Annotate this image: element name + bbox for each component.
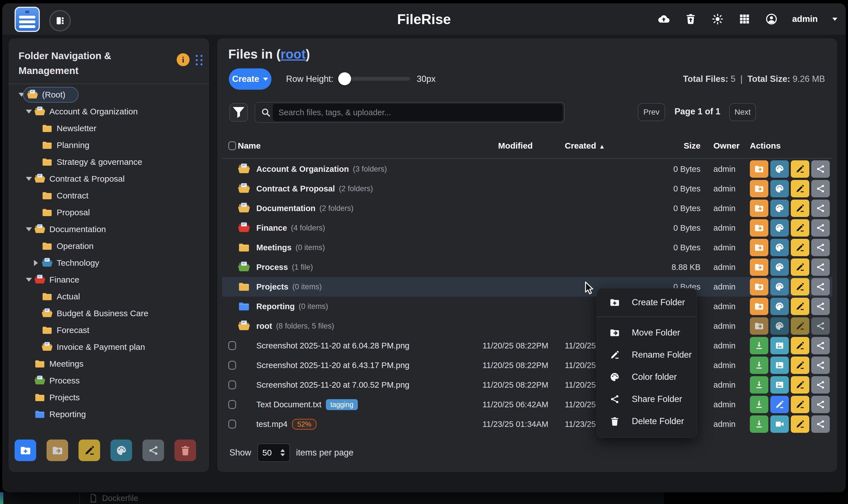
folder-arrow-action-button[interactable] <box>750 278 768 295</box>
slider-thumb[interactable] <box>338 72 351 85</box>
folder-row-projects[interactable]: Projects (0 items) 0 Bytes admin <box>222 277 832 296</box>
delete-folder-button[interactable] <box>174 439 196 461</box>
share-action-button[interactable] <box>811 239 830 256</box>
pencil-action-button[interactable] <box>791 278 809 295</box>
download-action-button[interactable] <box>750 396 768 413</box>
pencil-action-button[interactable] <box>791 200 809 217</box>
account-icon[interactable] <box>765 13 778 25</box>
tree-item-reporting[interactable]: Reporting <box>8 406 209 423</box>
item-name[interactable]: test.mp4 <box>256 420 287 429</box>
file-row-text-document-txt[interactable]: Text Document.txttagging 11/20/25 06:42A… <box>222 395 832 414</box>
share-folder-button[interactable] <box>142 439 164 461</box>
filter-button[interactable] <box>229 103 248 122</box>
tree-item-documentation[interactable]: Documentation <box>8 221 209 238</box>
item-name[interactable]: Process <box>256 263 288 272</box>
image-action-button[interactable] <box>770 376 789 394</box>
pencil-action-button[interactable] <box>791 357 809 374</box>
tree-item-planning[interactable]: Planning <box>8 137 209 154</box>
pencil-action-button[interactable] <box>791 160 809 178</box>
folder-row-account-organization[interactable]: Account & Organization (3 folders) 0 Byt… <box>222 159 832 179</box>
item-name[interactable]: Documentation <box>256 204 316 213</box>
column-header-created[interactable]: Created▲ <box>563 141 647 150</box>
item-name[interactable]: Contract & Proposal <box>256 184 335 193</box>
tree-item-technology[interactable]: Technology <box>8 254 209 271</box>
pencil-action-button[interactable] <box>791 239 809 256</box>
image-action-button[interactable] <box>770 337 789 354</box>
expand-arrow-icon[interactable] <box>26 227 32 231</box>
search-input[interactable] <box>278 108 548 118</box>
share-action-button[interactable] <box>811 396 830 413</box>
palette-action-button[interactable] <box>770 239 789 256</box>
column-header-name[interactable]: Name <box>238 141 468 150</box>
pencil-action-button[interactable] <box>770 396 789 413</box>
share-action-button[interactable] <box>811 258 830 276</box>
rename-folder-button[interactable] <box>78 439 100 461</box>
column-header-owner[interactable]: Owner <box>703 141 748 150</box>
apps-grid-icon[interactable] <box>738 13 751 25</box>
row-height-slider[interactable] <box>339 77 410 81</box>
folder-row-contract-proposal[interactable]: Contract & Proposal (2 folders) 0 Bytes … <box>222 179 832 198</box>
tree-item-forecast[interactable]: Forecast <box>8 322 209 339</box>
folder-row-root[interactable]: root (8 folders, 5 files) admin <box>222 316 832 336</box>
pencil-action-button[interactable] <box>791 415 809 433</box>
menu-item-delete-folder[interactable]: Delete Folder <box>597 410 697 432</box>
pencil-action-button[interactable] <box>791 219 809 237</box>
column-header-modified[interactable]: Modified <box>468 141 563 150</box>
item-name[interactable]: Text Document.txt <box>256 400 321 409</box>
row-checkbox[interactable] <box>228 361 236 370</box>
pencil-action-button[interactable] <box>791 337 809 354</box>
prev-page-button[interactable]: Prev <box>638 103 665 121</box>
tree-item-actual[interactable]: Actual <box>8 288 209 305</box>
expand-arrow-icon[interactable] <box>26 110 32 113</box>
select-all-checkbox[interactable] <box>228 141 236 150</box>
menu-item-color-folder[interactable]: Color folder <box>597 366 697 388</box>
tree-item-finance[interactable]: Finance <box>8 271 209 288</box>
item-name[interactable]: Projects <box>256 282 288 291</box>
item-name[interactable]: Screenshot 2025-11-20 at 7.00.52 PM.png <box>256 380 409 390</box>
color-folder-button[interactable] <box>110 439 132 461</box>
palette-action-button[interactable] <box>770 160 789 178</box>
trash-restore-icon[interactable] <box>685 13 697 25</box>
info-icon[interactable]: i <box>177 53 190 66</box>
share-action-button[interactable] <box>811 298 830 315</box>
drag-handle-icon[interactable] <box>196 55 203 66</box>
item-name[interactable]: Account & Organization <box>256 164 349 174</box>
share-action-button[interactable] <box>811 200 830 217</box>
download-action-button[interactable] <box>750 357 768 374</box>
item-name[interactable]: Screenshot 2025-11-20 at 6.04.28 PM.png <box>256 341 409 350</box>
share-action-button[interactable] <box>811 376 830 394</box>
item-name[interactable]: Meetings <box>256 243 292 252</box>
folder-arrow-action-button[interactable] <box>750 239 768 256</box>
username-label[interactable]: admin <box>792 14 818 24</box>
pencil-action-button[interactable] <box>791 298 809 315</box>
item-name[interactable]: Screenshot 2025-11-20 at 6.43.17 PM.png <box>256 361 409 370</box>
palette-action-button[interactable] <box>770 298 789 315</box>
item-name[interactable]: Finance <box>256 223 287 233</box>
tree-item-proposal[interactable]: Proposal <box>8 204 209 221</box>
tree-item-meetings[interactable]: Meetings <box>8 356 209 372</box>
folder-row-process[interactable]: Process (1 file) 8.88 KB admin <box>222 257 832 277</box>
next-page-button[interactable]: Next <box>729 103 756 121</box>
menu-item-rename-folder[interactable]: Rename Folder <box>597 344 697 366</box>
create-button[interactable]: Create <box>229 68 271 90</box>
file-row-screenshot-2025-11-20-at-7-00-52-pm-png[interactable]: Screenshot 2025-11-20 at 7.00.52 PM.png … <box>222 375 832 395</box>
folder-arrow-action-button[interactable] <box>750 180 768 197</box>
row-checkbox[interactable] <box>228 341 236 350</box>
pencil-action-button[interactable] <box>791 317 809 335</box>
palette-action-button[interactable] <box>770 180 789 197</box>
share-action-button[interactable] <box>811 180 830 197</box>
tree-item-newsletter[interactable]: Newsletter <box>8 120 209 137</box>
share-action-button[interactable] <box>811 219 830 237</box>
pencil-action-button[interactable] <box>791 258 809 276</box>
folder-arrow-action-button[interactable] <box>750 317 768 335</box>
folder-row-reporting[interactable]: Reporting (0 items) admin <box>222 296 832 316</box>
item-name[interactable]: root <box>256 322 272 331</box>
upload-cloud-icon[interactable] <box>658 13 670 25</box>
tree-item-operation[interactable]: Operation <box>8 238 209 254</box>
palette-action-button[interactable] <box>770 219 789 237</box>
share-action-button[interactable] <box>811 160 830 178</box>
expand-arrow-icon[interactable] <box>26 278 32 282</box>
folder-row-meetings[interactable]: Meetings (0 items) 0 Bytes admin <box>222 238 832 257</box>
menu-item-move-folder[interactable]: Move Folder <box>597 322 697 344</box>
row-checkbox[interactable] <box>228 380 236 389</box>
